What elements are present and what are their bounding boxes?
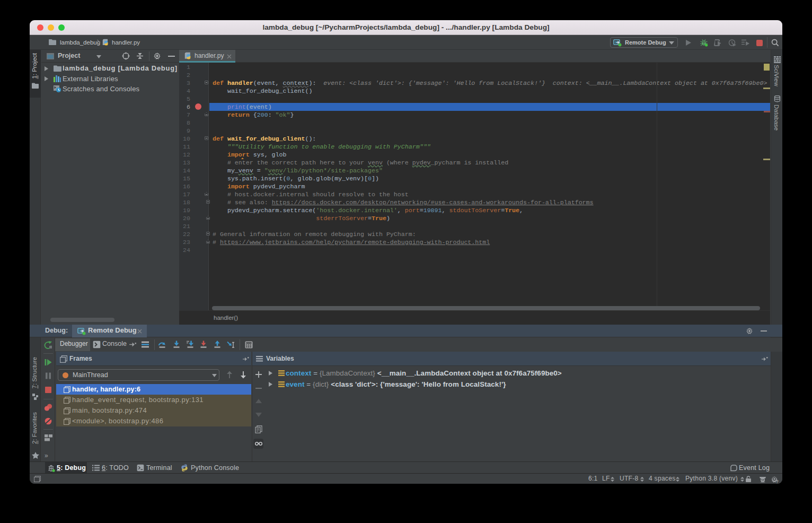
- svg-text:?: ?: [776, 479, 779, 483]
